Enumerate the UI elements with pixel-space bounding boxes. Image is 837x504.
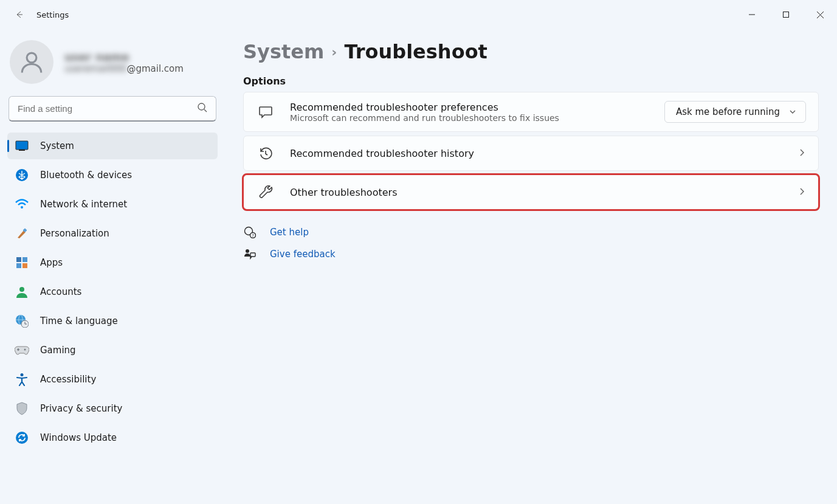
search-wrap — [9, 96, 216, 122]
chevron-right-icon — [797, 148, 806, 159]
nav-label: Accounts — [40, 286, 81, 297]
prefs-dropdown[interactable]: Ask me before running — [664, 101, 806, 123]
maximize-button[interactable] — [769, 2, 803, 27]
section-label: Options — [243, 75, 819, 87]
card-troubleshooter-prefs: Recommended troubleshooter preferences M… — [243, 92, 819, 132]
link-label: Give feedback — [270, 249, 336, 260]
profile-block[interactable]: user name useremail000@gmail.com — [7, 35, 218, 92]
breadcrumb: System › Troubleshoot — [243, 40, 819, 63]
svg-point-16 — [19, 287, 24, 292]
person-icon — [19, 49, 44, 75]
nav-label: System — [40, 140, 74, 151]
clock-globe-icon — [15, 314, 29, 328]
nav-label: Accessibility — [40, 374, 96, 385]
nav-label: Apps — [40, 257, 63, 268]
give-feedback-link[interactable]: Give feedback — [243, 247, 819, 261]
link-label: Get help — [270, 227, 309, 238]
card-body: Recommended troubleshooter history — [290, 148, 790, 159]
nav-apps[interactable]: Apps — [7, 249, 218, 276]
arrow-left-icon — [15, 10, 24, 19]
minimize-button[interactable] — [735, 2, 769, 27]
svg-rect-13 — [22, 257, 27, 262]
help-icon: ? — [243, 226, 257, 239]
svg-point-4 — [27, 53, 36, 63]
dropdown-value: Ask me before running — [676, 106, 780, 117]
update-icon — [15, 430, 29, 445]
card-troubleshooter-history[interactable]: Recommended troubleshooter history — [243, 136, 819, 171]
profile-name: user name — [64, 50, 184, 63]
feedback-icon — [243, 247, 257, 261]
nav-list: System Bluetooth & devices Network & int… — [7, 133, 218, 451]
history-icon — [257, 145, 274, 162]
chevron-down-icon — [788, 108, 797, 116]
chevron-right-icon: › — [331, 44, 337, 60]
content-area: System › Troubleshoot Options Recommende… — [225, 29, 837, 504]
accessibility-icon — [15, 372, 29, 387]
chevron-right-icon — [797, 187, 806, 198]
breadcrumb-parent[interactable]: System — [243, 40, 324, 63]
search-input[interactable] — [9, 96, 216, 122]
nav-label: Network & internet — [40, 199, 127, 210]
nav-label: Windows Update — [40, 432, 117, 443]
window-controls — [735, 2, 837, 27]
nav-label: Bluetooth & devices — [40, 170, 132, 181]
card-subtitle: Microsoft can recommend and run troubles… — [290, 113, 664, 123]
nav-label: Time & language — [40, 316, 118, 326]
svg-rect-7 — [16, 141, 28, 150]
minimize-icon — [748, 11, 756, 18]
svg-point-25 — [16, 432, 28, 444]
nav-privacy[interactable]: Privacy & security — [7, 395, 218, 422]
nav-gaming[interactable]: Gaming — [7, 337, 218, 364]
account-icon — [15, 285, 29, 299]
nav-network[interactable]: Network & internet — [7, 191, 218, 218]
svg-rect-1 — [784, 12, 789, 18]
apps-icon — [15, 255, 29, 270]
svg-point-23 — [24, 349, 26, 351]
shield-icon — [15, 401, 29, 416]
card-title: Recommended troubleshooter history — [290, 148, 790, 159]
card-other-troubleshooters[interactable]: Other troubleshooters — [243, 174, 819, 210]
nav-personalization[interactable]: Personalization — [7, 220, 218, 247]
close-button[interactable] — [803, 2, 837, 27]
help-links: ? Get help Give feedback — [243, 226, 819, 261]
titlebar: Settings — [0, 0, 837, 29]
nav-label: Personalization — [40, 228, 109, 239]
svg-point-10 — [21, 206, 23, 209]
svg-point-5 — [198, 103, 205, 110]
close-icon — [816, 11, 824, 19]
sidebar: user name useremail000@gmail.com System — [0, 29, 225, 504]
nav-bluetooth[interactable]: Bluetooth & devices — [7, 162, 218, 188]
gamepad-icon — [15, 343, 29, 357]
svg-point-29 — [246, 249, 249, 253]
nav-label: Gaming — [40, 345, 76, 356]
card-body: Recommended troubleshooter preferences M… — [290, 102, 664, 123]
get-help-link[interactable]: ? Get help — [243, 226, 819, 239]
search-icon — [197, 102, 208, 116]
chat-icon — [257, 103, 274, 120]
avatar — [10, 40, 53, 84]
card-title: Recommended troubleshooter preferences — [290, 102, 664, 113]
wrench-icon — [257, 184, 274, 201]
wifi-icon — [15, 197, 29, 212]
back-button[interactable] — [10, 5, 29, 24]
profile-email: useremail000@gmail.com — [64, 63, 184, 74]
profile-text: user name useremail000@gmail.com — [64, 50, 184, 74]
svg-rect-14 — [16, 263, 21, 268]
nav-time[interactable]: Time & language — [7, 308, 218, 334]
svg-text:?: ? — [252, 233, 254, 238]
nav-label: Privacy & security — [40, 403, 122, 414]
nav-accessibility[interactable]: Accessibility — [7, 366, 218, 393]
card-body: Other troubleshooters — [290, 187, 790, 198]
nav-system[interactable]: System — [7, 133, 218, 159]
display-icon — [15, 139, 29, 153]
svg-rect-12 — [16, 257, 21, 262]
maximize-icon — [782, 11, 790, 18]
bluetooth-icon — [15, 168, 29, 182]
svg-rect-15 — [22, 263, 27, 268]
svg-point-24 — [21, 373, 24, 376]
nav-accounts[interactable]: Accounts — [7, 278, 218, 305]
breadcrumb-current: Troubleshoot — [344, 40, 487, 63]
nav-update[interactable]: Windows Update — [7, 424, 218, 451]
svg-rect-30 — [250, 253, 255, 257]
svg-line-6 — [204, 109, 207, 112]
